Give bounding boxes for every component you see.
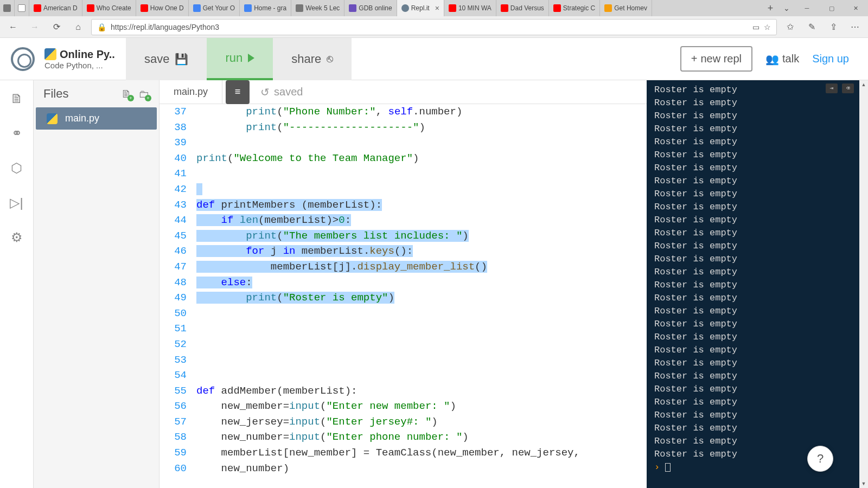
console-output[interactable]: ⇥ ⌫ Roster is emptyRoster is emptyRoster…	[647, 80, 859, 488]
code-line[interactable]: print("Roster is empty")	[196, 290, 647, 306]
maximize-button[interactable]: ▢	[819, 0, 844, 16]
favorites-button[interactable]: ✩	[781, 18, 799, 36]
code-line[interactable]: if len(memberList)>0:	[196, 213, 647, 228]
favorite-icon[interactable]: ☆	[764, 23, 771, 31]
scroll-down-icon[interactable]: ▼	[859, 479, 868, 488]
code-line[interactable]: new_number=input("Enter phone number: ")	[196, 429, 647, 445]
code-line[interactable]: new_number)	[196, 461, 647, 477]
close-window-button[interactable]: ✕	[844, 0, 868, 16]
share-button[interactable]: share ⎋	[273, 38, 352, 80]
scroll-track[interactable]	[859, 89, 868, 479]
run-button[interactable]: run	[207, 38, 273, 80]
code-line[interactable]	[196, 135, 647, 151]
back-button[interactable]: ←	[4, 18, 22, 36]
code-line[interactable]: else:	[196, 275, 647, 291]
forward-button[interactable]: →	[26, 18, 43, 36]
code-line[interactable]: memberList[j].display_member_list()	[196, 259, 647, 275]
browser-tab[interactable]: Home - gra	[240, 0, 291, 16]
packages-icon[interactable]: ⬡	[9, 160, 24, 176]
minimize-button[interactable]: ─	[795, 0, 819, 16]
version-control-icon[interactable]: ⚭	[9, 126, 24, 141]
notes-button[interactable]: ✎	[803, 18, 820, 36]
code-line[interactable]	[196, 368, 647, 383]
home-button[interactable]: ⌂	[69, 18, 87, 36]
code-line[interactable]: new_jersey=input("Enter jersey#: ")	[196, 414, 647, 430]
share-icon: ⎋	[327, 53, 333, 65]
close-tab-icon[interactable]: ×	[435, 4, 439, 12]
code-line[interactable]	[196, 166, 647, 182]
console-line: Roster is empty	[654, 110, 852, 123]
console-expand-icon[interactable]: ⇥	[826, 84, 838, 93]
share-button[interactable]: ⇪	[825, 18, 842, 36]
code-line[interactable]: print("Welcome to the Team Manager")	[196, 151, 647, 166]
browser-tab[interactable]: American D	[29, 0, 82, 16]
new-tab-button[interactable]: +	[762, 3, 778, 14]
new-file-button[interactable]: 🗎+	[121, 88, 132, 100]
line-number: 53	[159, 352, 187, 368]
scroll-up-icon[interactable]: ▲	[859, 80, 868, 89]
code-line[interactable]	[196, 321, 647, 337]
talk-button[interactable]: 👥 talk	[765, 53, 799, 66]
new-repl-button[interactable]: + new repl	[680, 46, 752, 72]
line-number: 37	[159, 104, 187, 120]
browser-tab[interactable]: GDB online	[344, 0, 397, 16]
file-item-main-py[interactable]: main.py	[36, 107, 157, 130]
browser-tab[interactable]: Get Homev	[600, 0, 652, 16]
browser-tab[interactable]: 10 MIN WA	[444, 0, 496, 16]
code-line[interactable]	[196, 352, 647, 368]
talk-label: talk	[782, 53, 799, 65]
browser-tab[interactable]: Week 5 Lec	[291, 0, 344, 16]
console-clear-icon[interactable]: ⌫	[842, 84, 854, 93]
debugger-icon[interactable]: ▷|	[9, 195, 24, 210]
browser-tab[interactable]: Strategic C	[549, 0, 600, 16]
browser-tab[interactable]: How One D	[136, 0, 189, 16]
tab-label: Strategic C	[563, 4, 595, 12]
code-line[interactable]: def addMember(memberList):	[196, 383, 647, 399]
tab-overflow-button[interactable]: ⌄	[778, 4, 795, 12]
browser-tab[interactable]: Get Your O	[189, 0, 240, 16]
code-content[interactable]: print("Phone Number:", self.number) prin…	[194, 104, 647, 488]
app-icon	[18, 4, 25, 12]
browser-tab[interactable]: Dad Versus	[496, 0, 549, 16]
code-line[interactable]: new_member=input("Enter new member: ")	[196, 399, 647, 414]
line-number: 44	[159, 213, 187, 228]
code-line[interactable]: memberList[new_member] = TeamClass(new_m…	[196, 445, 647, 461]
play-icon	[248, 54, 254, 62]
code-editor[interactable]: 3738394041424344454647484950515253545556…	[159, 104, 647, 488]
line-number: 56	[159, 399, 187, 414]
workspace: 🗎 ⚭ ⬡ ▷| ⚙ Files 🗎+ 🗀+ main.py main.py ≡…	[0, 80, 868, 488]
url-field[interactable]: 🔒 https://repl.it/languages/Python3 ▭ ☆	[91, 19, 777, 35]
tab-label: American D	[43, 4, 78, 12]
code-line[interactable]: print("The members list includes: ")	[196, 228, 647, 244]
favicon	[553, 4, 561, 12]
tab-label: Get Your O	[203, 4, 235, 12]
console-line: Roster is empty	[654, 227, 852, 240]
taskbar-app-icon[interactable]	[0, 0, 15, 16]
save-button[interactable]: save 💾	[126, 38, 207, 80]
file-panel: Files 🗎+ 🗀+ main.py	[34, 80, 159, 488]
code-line[interactable]: print("Phone Number:", self.number)	[196, 104, 647, 120]
settings-icon[interactable]: ⚙	[9, 230, 24, 245]
code-line[interactable]	[196, 306, 647, 322]
replit-logo[interactable]	[11, 47, 35, 71]
refresh-button[interactable]: ⟳	[48, 18, 65, 36]
code-line[interactable]: print("--------------------")	[196, 120, 647, 136]
scrollbar-vertical[interactable]: ▲ ▼	[859, 80, 868, 488]
reader-icon[interactable]: ▭	[752, 23, 760, 31]
new-folder-button[interactable]: 🗀+	[138, 88, 149, 100]
menu-button[interactable]: ⋯	[846, 18, 864, 36]
files-icon[interactable]: 🗎	[9, 91, 24, 106]
taskbar-app-icon[interactable]	[15, 0, 29, 16]
editor-tab-main-py[interactable]: main.py	[159, 80, 222, 104]
browser-tab[interactable]: Repl.it×	[397, 0, 444, 16]
format-button[interactable]: ≡	[226, 80, 250, 104]
code-line[interactable]: for j in memberList.keys():	[196, 243, 647, 259]
help-button[interactable]: ?	[807, 446, 833, 472]
plus-icon: +	[691, 53, 698, 65]
console-line: Roster is empty	[654, 357, 852, 370]
browser-tab[interactable]: Who Create	[82, 0, 136, 16]
code-line[interactable]	[196, 182, 647, 197]
code-line[interactable]: def printMembers (memberList):	[196, 197, 647, 213]
sign-up-link[interactable]: Sign up	[812, 53, 857, 65]
code-line[interactable]	[196, 337, 647, 352]
